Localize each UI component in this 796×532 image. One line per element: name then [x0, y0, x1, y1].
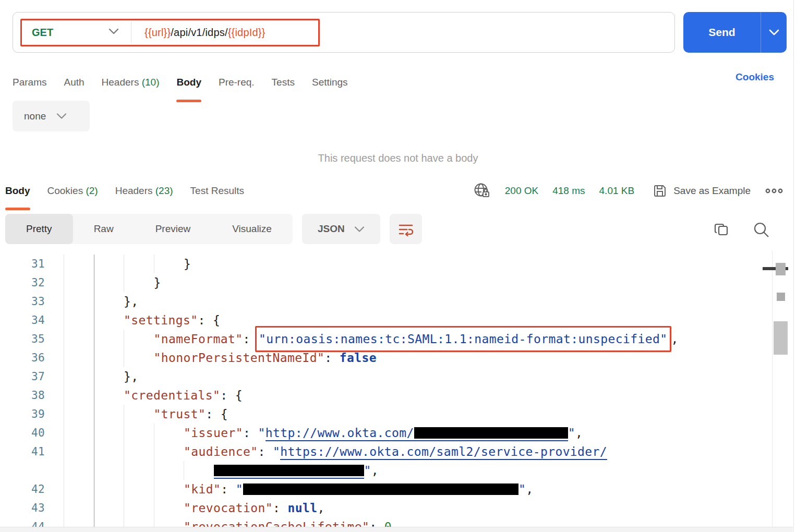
tab-tests[interactable]: Tests	[272, 77, 295, 88]
line-number: 39	[0, 405, 52, 424]
code-lines: 31}32}33},34"settings": {35"nameFormat":…	[0, 255, 772, 527]
indent-guide	[94, 330, 94, 348]
indent-guide	[124, 273, 124, 292]
method-label: GET	[32, 27, 53, 39]
indent-guide	[94, 461, 94, 480]
tab-label: Headers	[115, 185, 153, 196]
line-number: 40	[0, 424, 52, 442]
tab-headers[interactable]: Headers (10)	[102, 77, 160, 88]
status-badge[interactable]: 200 OK	[505, 185, 538, 197]
cookies-link[interactable]: Cookies	[735, 71, 774, 83]
line-number: 38	[0, 386, 52, 405]
indent-guide	[124, 348, 124, 367]
request-url-bar: GET {{url}}/api/v1/idps/{{idpId}}	[13, 12, 675, 53]
url-input[interactable]: {{url}}/api/v1/idps/{{idpId}}	[144, 13, 266, 52]
tab-label: Test Results	[190, 185, 244, 196]
indent-guide	[184, 461, 184, 480]
code-line: 32}	[0, 273, 772, 292]
tab-count: (23)	[155, 185, 173, 196]
code-line: 39"trust": {	[0, 405, 772, 424]
window-border	[793, 0, 794, 532]
search-icon[interactable]	[753, 221, 770, 239]
code-line: 33},	[0, 292, 772, 311]
copy-icon[interactable]	[714, 221, 730, 238]
scrollbar-marker	[777, 293, 785, 301]
tab-count: (2)	[86, 185, 98, 196]
body-type-value: none	[24, 111, 46, 122]
indent-guide	[64, 442, 64, 461]
indent-guide	[64, 311, 64, 330]
indent-guide	[64, 330, 64, 348]
indent-guide	[64, 348, 64, 367]
scrollbar-thumb[interactable]	[774, 321, 788, 355]
save-as-example-button[interactable]: Save as Example	[653, 184, 751, 198]
empty-body-message: This request does not have a body	[0, 152, 796, 164]
code-line: 36"honorPersistentNameId": false	[0, 348, 772, 367]
indent-guide	[124, 405, 124, 424]
tab-label: Body	[5, 185, 30, 196]
language-value: JSON	[318, 223, 345, 235]
response-body-code[interactable]: 31}32}33},34"settings": {35"nameFormat":…	[0, 250, 772, 527]
view-mode-visualize[interactable]: Visualize	[211, 214, 293, 244]
tab-auth[interactable]: Auth	[64, 77, 84, 88]
line-number: 32	[0, 273, 52, 292]
tab-response-headers[interactable]: Headers (23)	[115, 185, 173, 197]
url-variable: {{url}}	[144, 27, 171, 39]
more-options-icon[interactable]	[765, 187, 783, 195]
indent-guide	[94, 517, 94, 527]
line-number: 41	[0, 442, 52, 461]
indent-guide	[124, 461, 124, 480]
indent-guide	[94, 442, 94, 461]
send-options-button[interactable]	[761, 12, 787, 53]
line-number: 35	[0, 330, 52, 348]
view-mode-switch: Pretty Raw Preview Visualize	[5, 214, 293, 244]
tab-body[interactable]: Body	[176, 77, 201, 88]
indent-guide	[124, 255, 124, 273]
code-line: 37},	[0, 367, 772, 386]
indent-guide	[124, 330, 124, 348]
tab-response-body[interactable]: Body	[5, 185, 30, 197]
indent-guide	[94, 311, 94, 330]
indent-guide	[64, 273, 64, 292]
wrap-lines-button[interactable]	[390, 214, 422, 244]
tab-test-results[interactable]: Test Results	[190, 185, 244, 197]
language-dropdown[interactable]: JSON	[302, 214, 380, 244]
indent-guide	[94, 273, 94, 292]
chevron-down-icon	[354, 226, 365, 233]
wrap-lines-icon	[398, 222, 414, 236]
method-dropdown[interactable]: GET	[32, 13, 53, 52]
indent-guide	[64, 480, 64, 499]
indent-guide	[94, 405, 94, 424]
tab-params[interactable]: Params	[13, 77, 46, 88]
send-button[interactable]: Send	[683, 12, 761, 53]
code-line: 42"kid": "",	[0, 480, 772, 499]
code-line: 41"audience": "https://www.okta.com/saml…	[0, 442, 772, 461]
view-mode-pretty[interactable]: Pretty	[5, 214, 73, 244]
tab-label: Body	[176, 77, 201, 88]
view-mode-raw[interactable]: Raw	[73, 214, 135, 244]
response-time[interactable]: 418 ms	[552, 185, 585, 197]
save-as-example-label: Save as Example	[673, 185, 751, 197]
tab-pre-request[interactable]: Pre-req.	[219, 77, 255, 88]
indent-guide	[154, 499, 154, 517]
vertical-scrollbar[interactable]	[772, 250, 793, 527]
chevron-down-icon	[768, 29, 780, 36]
view-mode-preview[interactable]: Preview	[135, 214, 212, 244]
network-globe-icon[interactable]	[473, 182, 491, 200]
indent-guide	[64, 499, 64, 517]
save-icon	[653, 184, 667, 198]
indent-guide	[94, 480, 94, 499]
tab-label: Pre-req.	[219, 77, 255, 88]
indent-guide	[64, 367, 64, 386]
response-meta: 200 OK 418 ms 4.01 KB Save as Example	[473, 178, 783, 203]
indent-guide	[154, 480, 154, 499]
horizontal-scrollbar[interactable]	[0, 527, 793, 532]
tab-settings[interactable]: Settings	[312, 77, 348, 88]
body-type-dropdown[interactable]: none	[13, 101, 90, 131]
indent-guide	[94, 348, 94, 367]
chevron-down-icon[interactable]	[108, 28, 119, 35]
response-size[interactable]: 4.01 KB	[599, 185, 635, 197]
tab-response-cookies[interactable]: Cookies (2)	[47, 185, 98, 197]
redacted-text	[243, 483, 518, 495]
divider	[131, 22, 131, 43]
